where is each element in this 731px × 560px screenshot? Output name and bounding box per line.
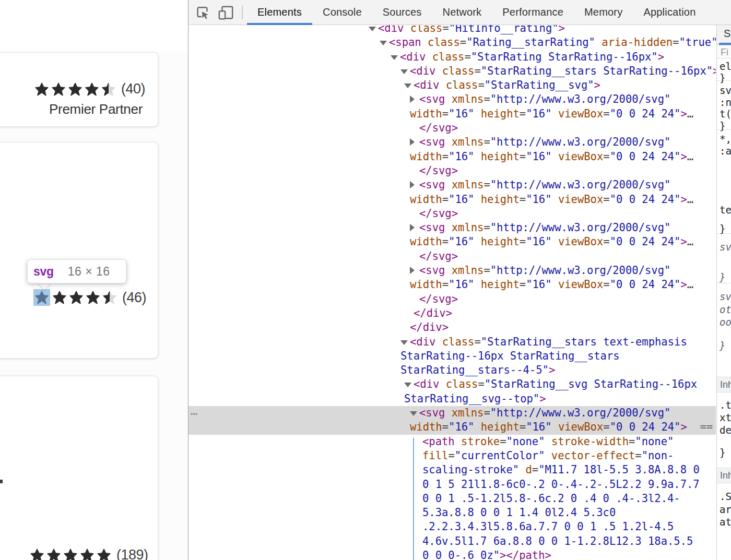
css-rule-fragment[interactable]: } bbox=[720, 447, 725, 458]
expander-down-icon[interactable] bbox=[404, 78, 414, 92]
css-rule-fragment[interactable]: at bbox=[720, 516, 731, 528]
partner-card-3[interactable] bbox=[0, 376, 158, 560]
tree-row[interactable]: <div class="StarRating__stars text-empha… bbox=[188, 335, 716, 349]
css-rule-fragment[interactable]: *, bbox=[720, 133, 731, 145]
code-token: = bbox=[484, 136, 490, 148]
code-token bbox=[474, 421, 480, 433]
tree-row-selected[interactable]: width="16" height="16" viewBox="0 0 24 2… bbox=[188, 420, 716, 434]
code-token: viewBox bbox=[558, 193, 603, 206]
tree-row[interactable]: width="16" height="16" viewBox="0 0 24 2… bbox=[188, 150, 716, 164]
css-rule-fragment[interactable]: sv bbox=[720, 291, 731, 302]
expander-down-icon[interactable] bbox=[400, 64, 410, 78]
tree-row[interactable]: </div> bbox=[188, 306, 716, 320]
tree-row[interactable]: <div class="StarRating__stars StarRating… bbox=[188, 64, 716, 78]
partner-card-2[interactable] bbox=[0, 142, 158, 359]
expander-right-icon[interactable] bbox=[410, 264, 419, 278]
code-token: < bbox=[419, 407, 426, 419]
css-rule-fragment[interactable]: te bbox=[720, 204, 731, 216]
tree-row[interactable]: </svg> bbox=[188, 207, 716, 221]
tree-row[interactable]: </div> bbox=[188, 320, 716, 335]
tree-row[interactable]: <svg xmlns="http://www.w3.org/2000/svg" bbox=[188, 135, 716, 149]
tree-row[interactable]: width="16" height="16" viewBox="0 0 24 2… bbox=[188, 235, 716, 249]
code-token: "16" bbox=[526, 108, 551, 120]
styles-filter-bar[interactable]: Fi bbox=[717, 45, 731, 58]
expander-down-icon[interactable] bbox=[404, 377, 414, 391]
tree-row[interactable]: <span class="Rating__starRating" aria-hi… bbox=[188, 35, 716, 50]
tab-elements[interactable]: Elements bbox=[247, 0, 312, 25]
tree-row[interactable]: 0 0 1 .5-1.2l5.8-.6c.2 0 .4 0 .4-.3l2.4- bbox=[188, 492, 716, 506]
expander-down-icon[interactable] bbox=[369, 25, 378, 35]
css-rule-fragment[interactable]: ar bbox=[720, 504, 731, 515]
expander-right-icon[interactable] bbox=[410, 135, 419, 149]
inspect-highlighted-star[interactable] bbox=[33, 289, 50, 306]
node-menu-ellipsis-icon[interactable]: … bbox=[191, 404, 198, 418]
tree-row[interactable]: 4.6v.5l1.7 6a.8.8 0 0 1-1.2.8L12.3 18a.5… bbox=[188, 534, 716, 549]
expander-down-icon[interactable] bbox=[380, 35, 389, 50]
tree-row[interactable]: width="16" height="16" viewBox="0 0 24 2… bbox=[188, 278, 716, 292]
css-rule-fragment[interactable]: } bbox=[720, 120, 725, 132]
expander-down-icon[interactable] bbox=[400, 335, 410, 349]
css-rule-fragment[interactable]: :n bbox=[720, 97, 731, 108]
code-token: = bbox=[603, 108, 609, 120]
tab-application[interactable]: Application bbox=[633, 0, 706, 25]
tab-memory[interactable]: Memory bbox=[574, 0, 633, 25]
css-rule-fragment[interactable]: .t bbox=[720, 399, 731, 411]
tree-row-selected[interactable]: <svg xmlns="http://www.w3.org/2000/svg" bbox=[188, 406, 716, 420]
tree-row[interactable]: </svg> bbox=[188, 121, 716, 135]
tab-styles[interactable]: S bbox=[724, 28, 730, 40]
tab-network[interactable]: Network bbox=[432, 0, 492, 25]
tree-row[interactable]: <div class="StarRating__svg StarRating--… bbox=[188, 377, 716, 391]
tab-performance[interactable]: Performance bbox=[492, 0, 574, 25]
tree-row[interactable]: width="16" height="16" viewBox="0 0 24 2… bbox=[188, 107, 716, 121]
tree-row[interactable]: </svg> bbox=[188, 292, 716, 306]
tree-row[interactable]: <path stroke="none" stroke-width="none" bbox=[188, 435, 716, 449]
tree-row[interactable]: <svg xmlns="http://www.w3.org/2000/svg" bbox=[188, 92, 716, 106]
css-rule-fragment[interactable]: ot bbox=[720, 304, 731, 315]
elements-tree: <div class="HitInfo__rating"><span class… bbox=[188, 25, 716, 560]
tree-row[interactable]: <svg xmlns="http://www.w3.org/2000/svg" bbox=[188, 178, 716, 192]
css-rule-fragment[interactable]: xt bbox=[720, 412, 731, 423]
expander-right-icon[interactable] bbox=[410, 178, 419, 192]
tree-row[interactable]: fill="currentColor" vector-effect="non- bbox=[188, 449, 716, 463]
expander-right-icon[interactable] bbox=[410, 92, 419, 106]
tree-row[interactable]: .2.2.3.4.3l5.8.6a.7.7 0 0 1 .5 1.2l-4.5 bbox=[188, 520, 716, 534]
css-rule-fragment[interactable]: } bbox=[720, 271, 725, 283]
expander-right-icon[interactable] bbox=[410, 221, 419, 235]
code-token: "true" bbox=[679, 36, 716, 49]
css-rule-fragment[interactable]: } bbox=[720, 340, 725, 351]
tree-row[interactable]: StarRating__svg--top"> bbox=[188, 392, 716, 406]
tree-row[interactable]: StarRating__stars--4-5"> bbox=[188, 363, 716, 377]
expander-down-icon[interactable] bbox=[410, 406, 419, 420]
tree-row[interactable]: 5.3a.8.8 0 0 1 1.4 0l2.4 5.3c0 bbox=[188, 506, 716, 520]
code-token: "StarRating__svg StarRating--16px bbox=[485, 378, 697, 390]
css-rule-fragment[interactable]: :a bbox=[720, 145, 731, 157]
css-rule-fragment[interactable]: el bbox=[720, 61, 731, 72]
css-rule-fragment[interactable]: t( bbox=[720, 108, 731, 120]
css-rule-fragment[interactable]: oo bbox=[720, 316, 731, 328]
code-token: < bbox=[389, 36, 395, 49]
tree-row[interactable]: scaling-stroke" d="M11.7 18l-5.5 3.8A.8.… bbox=[188, 463, 716, 477]
tree-row[interactable]: StarRating--16px StarRating__stars bbox=[188, 349, 716, 363]
tree-row[interactable]: <div class="HitInfo__rating"> bbox=[188, 25, 716, 35]
code-token: = bbox=[603, 421, 609, 433]
css-rule-fragment[interactable]: } bbox=[720, 223, 725, 234]
css-rule-fragment[interactable]: .S bbox=[720, 491, 731, 502]
tab-console[interactable]: Console bbox=[312, 0, 372, 25]
tree-row[interactable]: <div class="StarRating StarRating--16px"… bbox=[188, 50, 716, 64]
css-rule-fragment[interactable]: } bbox=[720, 72, 725, 84]
tab-sources[interactable]: Sources bbox=[372, 0, 432, 25]
tree-row[interactable]: <svg xmlns="http://www.w3.org/2000/svg" bbox=[188, 221, 716, 235]
inspect-element-icon[interactable] bbox=[194, 4, 211, 21]
tree-row[interactable]: 0 0 0-.6 0z"></path> bbox=[188, 549, 716, 560]
tree-row[interactable]: </svg> bbox=[188, 249, 716, 264]
tree-row[interactable]: width="16" height="16" viewBox="0 0 24 2… bbox=[188, 193, 716, 207]
tree-row[interactable]: 0 1 5 21l1.8-6c0-.2 0-.4-.2-.5L2.2 9.9a.… bbox=[188, 478, 716, 492]
css-rule-fragment[interactable]: sv bbox=[720, 241, 731, 253]
tree-row[interactable]: <div class="StarRating__svg"> bbox=[188, 78, 716, 92]
tree-row[interactable]: </svg> bbox=[188, 164, 716, 178]
tree-row[interactable]: <svg xmlns="http://www.w3.org/2000/svg" bbox=[188, 264, 716, 278]
expander-down-icon[interactable] bbox=[391, 50, 400, 64]
css-rule-fragment[interactable]: de bbox=[720, 424, 731, 436]
css-rule-fragment[interactable]: sv bbox=[720, 85, 731, 96]
device-toolbar-icon[interactable] bbox=[218, 4, 234, 21]
